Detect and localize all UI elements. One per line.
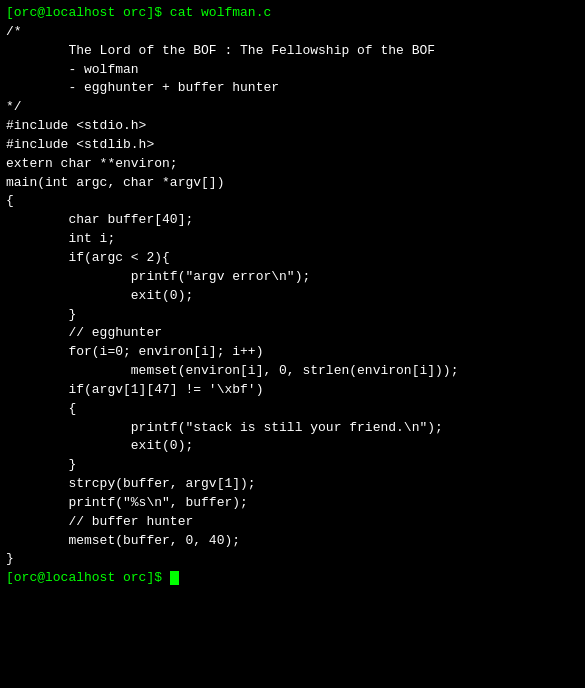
terminal-line-if_argc: if(argc < 2){ — [6, 249, 579, 268]
terminal-line-extern: extern char **environ; — [6, 155, 579, 174]
terminal-line-brace3: { — [6, 400, 579, 419]
terminal-line-title2: - wolfman — [6, 61, 579, 80]
terminal-line-brace_open1: { — [6, 192, 579, 211]
terminal-line-prompt1: [orc@localhost orc]$ cat wolfman.c — [6, 4, 579, 23]
terminal-line-exit2: exit(0); — [6, 437, 579, 456]
terminal-cursor — [170, 571, 179, 585]
terminal-line-comment_buf: // buffer hunter — [6, 513, 579, 532]
terminal-line-include1: #include <stdio.h> — [6, 117, 579, 136]
terminal-line-comment_open: /* — [6, 23, 579, 42]
terminal-window: [orc@localhost orc]$ cat wolfman.c/* The… — [0, 0, 585, 688]
terminal-line-comment_close: */ — [6, 98, 579, 117]
terminal-line-for_loop: for(i=0; environ[i]; i++) — [6, 343, 579, 362]
terminal-line-printf1: printf("argv error\n"); — [6, 268, 579, 287]
terminal-line-exit1: exit(0); — [6, 287, 579, 306]
terminal-line-title3: - egghunter + buffer hunter — [6, 79, 579, 98]
terminal-line-memset2: memset(buffer, 0, 40); — [6, 532, 579, 551]
terminal-line-memset1: memset(environ[i], 0, strlen(environ[i])… — [6, 362, 579, 381]
terminal-line-if_argv: if(argv[1][47] != '\xbf') — [6, 381, 579, 400]
terminal-line-comment_egg: // egghunter — [6, 324, 579, 343]
prompt-text: [orc@localhost orc]$ — [6, 570, 170, 585]
terminal-line-brace4: } — [6, 456, 579, 475]
terminal-line-include2: #include <stdlib.h> — [6, 136, 579, 155]
terminal-line-char_buf: char buffer[40]; — [6, 211, 579, 230]
terminal-line-printf2: printf("stack is still your friend.\n"); — [6, 419, 579, 438]
terminal-line-title1: The Lord of the BOF : The Fellowship of … — [6, 42, 579, 61]
terminal-line-brace_close1: } — [6, 550, 579, 569]
terminal-line-printf3: printf("%s\n", buffer); — [6, 494, 579, 513]
terminal-line-prompt2: [orc@localhost orc]$ — [6, 569, 579, 588]
terminal-line-strcpy: strcpy(buffer, argv[1]); — [6, 475, 579, 494]
terminal-line-main_sig: main(int argc, char *argv[]) — [6, 174, 579, 193]
prompt-text: [orc@localhost orc]$ cat wolfman.c — [6, 5, 271, 20]
terminal-line-int_i: int i; — [6, 230, 579, 249]
terminal-line-brace2: } — [6, 306, 579, 325]
